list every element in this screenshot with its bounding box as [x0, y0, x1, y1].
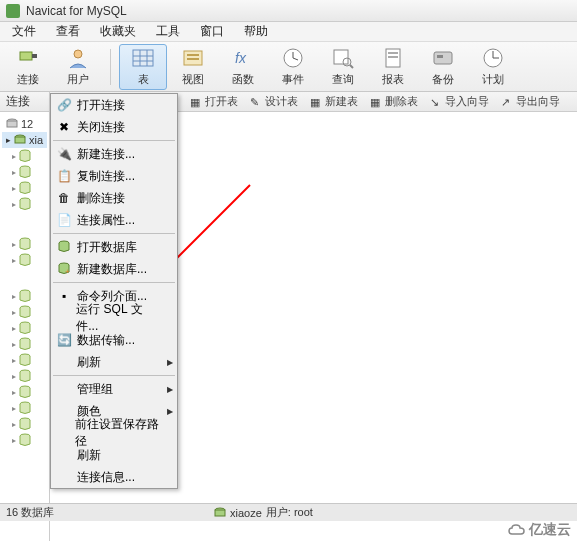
- blank-icon: [55, 353, 73, 371]
- ctx-transfer[interactable]: 🔄数据传输...: [51, 329, 177, 351]
- expand-icon[interactable]: ▸: [12, 324, 16, 333]
- design-icon: ✎: [250, 96, 262, 108]
- expand-icon[interactable]: ▸: [12, 436, 16, 445]
- menu-help[interactable]: 帮助: [234, 21, 278, 42]
- db-leaf[interactable]: ▸: [10, 384, 47, 400]
- svg-line-17: [350, 65, 353, 68]
- expand-icon[interactable]: ▸: [12, 184, 16, 193]
- ctx-new-db[interactable]: +新建数据库...: [51, 258, 177, 280]
- titlebar: Navicat for MySQL: [0, 0, 577, 22]
- expand-icon[interactable]: ▸: [12, 200, 16, 209]
- menu-fav[interactable]: 收藏夹: [90, 21, 146, 42]
- newdb-icon: +: [55, 260, 73, 278]
- ctx-delete-conn[interactable]: 🗑删除连接: [51, 187, 177, 209]
- tb-user[interactable]: 用户: [54, 44, 102, 90]
- cylinder-icon: [18, 417, 32, 431]
- db-leaf[interactable]: ▸: [10, 432, 47, 448]
- tree-item-12[interactable]: 12: [2, 116, 47, 132]
- expand-icon[interactable]: ▸: [12, 404, 16, 413]
- svg-rect-9: [187, 54, 199, 56]
- db-leaf[interactable]: ▸: [10, 416, 47, 432]
- svg-rect-3: [133, 50, 153, 66]
- svg-rect-15: [334, 50, 348, 64]
- expand-icon[interactable]: ▸: [12, 152, 16, 161]
- svg-rect-29: [15, 137, 25, 143]
- cmd-icon: ▪: [55, 287, 73, 305]
- db-leaf[interactable]: ▸: [10, 236, 47, 252]
- svg-text:+: +: [65, 267, 70, 276]
- db-leaf[interactable]: ▸: [10, 148, 47, 164]
- ctx-open-db[interactable]: 打开数据库: [51, 236, 177, 258]
- tb-table[interactable]: 表: [119, 44, 167, 90]
- db-leaf[interactable]: ▸: [10, 164, 47, 180]
- view-icon: [181, 46, 205, 70]
- svg-text:fx: fx: [235, 50, 247, 66]
- tree-item-xia[interactable]: ▸ xia: [2, 132, 47, 148]
- ctx-run-sql[interactable]: 运行 SQL 文件...: [51, 307, 177, 329]
- sb-import[interactable]: ↘导入向导: [430, 94, 489, 109]
- tb-connect[interactable]: 连接: [4, 44, 52, 90]
- menu-file[interactable]: 文件: [2, 21, 46, 42]
- cylinder-icon: [18, 369, 32, 383]
- menu-tools[interactable]: 工具: [146, 21, 190, 42]
- report-icon: [381, 46, 405, 70]
- db-leaf[interactable]: ▸: [10, 252, 47, 268]
- db-leaf[interactable]: ▸: [10, 368, 47, 384]
- db-leaf[interactable]: ▸: [10, 400, 47, 416]
- expand-icon[interactable]: ▸: [12, 340, 16, 349]
- db-leaf[interactable]: ▸: [10, 180, 47, 196]
- tb-plan[interactable]: 计划: [469, 44, 517, 90]
- ctx-group[interactable]: 管理组▶: [51, 378, 177, 400]
- svg-rect-1: [32, 54, 37, 58]
- menu-window[interactable]: 窗口: [190, 21, 234, 42]
- expand-icon[interactable]: ▸: [12, 388, 16, 397]
- ctx-new-conn[interactable]: 🔌新建连接...: [51, 143, 177, 165]
- ctx-divider: [53, 233, 175, 234]
- sb-export[interactable]: ↗导出向导: [501, 94, 560, 109]
- ctx-conn-info[interactable]: 连接信息...: [51, 466, 177, 488]
- blank-icon: [55, 446, 73, 464]
- open-icon: ▦: [190, 96, 202, 108]
- expand-icon[interactable]: ▸: [12, 292, 16, 301]
- expand-icon[interactable]: ▸: [6, 135, 11, 145]
- sb-delete-table[interactable]: ▦删除表: [370, 94, 418, 109]
- db-leaf[interactable]: ▸: [10, 352, 47, 368]
- ctx-conn-props[interactable]: 📄连接属性...: [51, 209, 177, 231]
- cylinder-icon: [18, 353, 32, 367]
- svg-rect-51: [215, 510, 225, 516]
- ctx-refresh2[interactable]: 刷新: [51, 444, 177, 466]
- cylinder-icon: [18, 337, 32, 351]
- statusbar: 16 数据库 xiaoze 用户: root: [0, 503, 577, 521]
- db-leaf[interactable]: ▸: [10, 288, 47, 304]
- tb-backup[interactable]: 备份: [419, 44, 467, 90]
- menu-view[interactable]: 查看: [46, 21, 90, 42]
- tb-view[interactable]: 视图: [169, 44, 217, 90]
- expand-icon[interactable]: ▸: [12, 240, 16, 249]
- ctx-refresh[interactable]: 刷新▶: [51, 351, 177, 373]
- transfer-icon: 🔄: [55, 331, 73, 349]
- db-leaf[interactable]: ▸: [10, 320, 47, 336]
- db-leaf[interactable]: ▸: [10, 304, 47, 320]
- ctx-goto-path[interactable]: 前往设置保存路径: [51, 422, 177, 444]
- tb-function[interactable]: fx 函数: [219, 44, 267, 90]
- expand-icon[interactable]: ▸: [12, 168, 16, 177]
- ctx-close-conn[interactable]: ✖关闭连接: [51, 116, 177, 138]
- tb-query[interactable]: 查询: [319, 44, 367, 90]
- expand-icon[interactable]: ▸: [12, 308, 16, 317]
- ctx-divider: [53, 282, 175, 283]
- db-leaf[interactable]: ▸: [10, 196, 47, 212]
- tb-report[interactable]: 报表: [369, 44, 417, 90]
- ctx-copy-conn[interactable]: 📋复制连接...: [51, 165, 177, 187]
- sb-open-table[interactable]: ▦打开表: [190, 94, 238, 109]
- tb-event[interactable]: 事件: [269, 44, 317, 90]
- ctx-open-conn[interactable]: 🔗打开连接: [51, 94, 177, 116]
- connection-tree: 12 ▸ xia ▸ ▸ ▸ ▸ ▸ ▸ ▸ ▸ ▸ ▸ ▸ ▸ ▸ ▸ ▸ ▸: [0, 112, 50, 541]
- db-icon: [214, 507, 226, 519]
- expand-icon[interactable]: ▸: [12, 420, 16, 429]
- expand-icon[interactable]: ▸: [12, 256, 16, 265]
- expand-icon[interactable]: ▸: [12, 372, 16, 381]
- expand-icon[interactable]: ▸: [12, 356, 16, 365]
- db-leaf[interactable]: ▸: [10, 336, 47, 352]
- sb-design-table[interactable]: ✎设计表: [250, 94, 298, 109]
- sb-new-table[interactable]: ▦新建表: [310, 94, 358, 109]
